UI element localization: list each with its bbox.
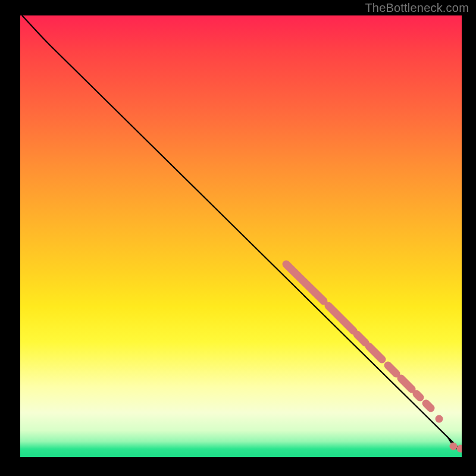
svg-line-5 [401, 378, 412, 389]
svg-point-9 [450, 443, 458, 450]
bottleneck-curve [22, 15, 461, 450]
chart-overlay [20, 15, 462, 457]
svg-point-8 [436, 415, 443, 423]
svg-line-6 [416, 394, 420, 397]
plot-area [20, 15, 462, 457]
svg-line-3 [369, 346, 382, 359]
svg-line-7 [426, 403, 431, 408]
svg-line-1 [328, 306, 353, 331]
marker-segments [286, 264, 431, 408]
svg-line-2 [357, 334, 365, 343]
svg-line-4 [388, 365, 396, 374]
svg-line-0 [286, 264, 324, 301]
attribution-text: TheBottleneck.com [365, 1, 469, 15]
marker-dots [436, 415, 462, 453]
chart-frame: TheBottleneck.com [0, 0, 476, 476]
